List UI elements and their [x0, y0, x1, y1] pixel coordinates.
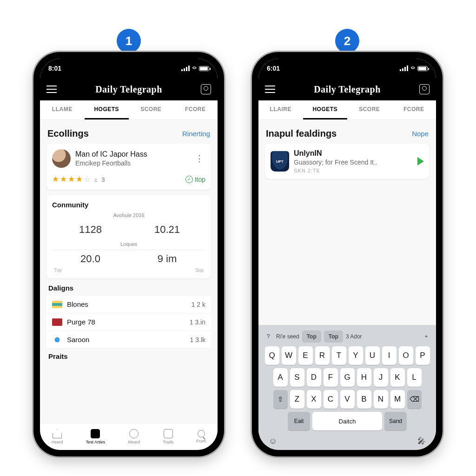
story-meta: SKN 2:TE [294, 168, 413, 173]
list-value: 1 3.lk [190, 336, 205, 344]
suggestion[interactable]: 3 Ador [346, 333, 362, 340]
play-icon[interactable] [417, 157, 424, 165]
status-time: 8:01 [48, 65, 61, 72]
flag-icon [52, 318, 62, 326]
featured-story-card[interactable]: Man of IC Japor Hass Emcikep Feortballs … [46, 144, 211, 190]
tab-llaire[interactable]: LLAIRE [258, 100, 303, 119]
tab-hogets[interactable]: HOGETS [303, 100, 348, 119]
tab-fcore[interactable]: FCORE [392, 100, 436, 119]
key[interactable]: Z [290, 390, 304, 409]
key[interactable]: R [315, 346, 330, 365]
tab-llame[interactable]: LLAME [40, 100, 85, 119]
key-row-4: Eait Daitch Sand [260, 412, 434, 430]
suggestion[interactable]: Top [324, 331, 343, 343]
list-value: 1 3.in [190, 318, 205, 326]
community-heading: Conmunity [52, 201, 205, 209]
key[interactable]: E [298, 346, 313, 365]
key[interactable]: P [416, 346, 430, 365]
section-title: Ecollings [47, 128, 89, 139]
fn-left-key[interactable]: Eait [288, 412, 310, 430]
key[interactable]: G [340, 368, 355, 387]
suggestion[interactable]: Top [302, 331, 321, 343]
profile-button[interactable] [419, 84, 430, 94]
key[interactable]: F [324, 368, 338, 387]
key[interactable]: X [307, 390, 321, 409]
search-icon [198, 430, 205, 437]
menu-button[interactable] [46, 86, 57, 93]
key[interactable]: J [374, 368, 388, 387]
key[interactable]: L [407, 368, 422, 387]
key-row-2: A S D F G H J K L [260, 368, 434, 387]
key[interactable]: W [282, 346, 296, 365]
app-bar: Daily Telegraph [40, 78, 218, 100]
key[interactable]: V [340, 390, 355, 409]
team-shield-icon: UPT [271, 151, 289, 172]
key-row-1: Q W E R T Y U I O P [260, 346, 434, 365]
list-item[interactable]: Blones 1 2 k [46, 296, 211, 313]
key[interactable]: D [307, 368, 321, 387]
section-action-link[interactable]: Rinerting [182, 130, 210, 138]
tabbar-meard[interactable]: Meard [128, 429, 140, 444]
tab-hogets[interactable]: HOGETS [85, 100, 129, 119]
space-key[interactable]: Daitch [312, 412, 382, 430]
key[interactable]: B [357, 390, 371, 409]
section-action-link[interactable]: Nope [412, 130, 429, 138]
more-icon[interactable]: ⋮ [193, 152, 205, 165]
key-row-3: ⇧ Z X C V B N M ⌫ [260, 390, 434, 409]
key[interactable]: O [399, 346, 413, 365]
suggestion-bar: ? Ri'e seed Top Top 3 Ador + [260, 329, 434, 346]
battery-icon [199, 66, 209, 71]
tabbar-from[interactable]: From [196, 430, 206, 443]
key[interactable]: U [365, 346, 380, 365]
menu-button[interactable] [265, 86, 275, 93]
key[interactable]: C [324, 390, 338, 409]
axis-right: Sop [193, 268, 205, 273]
shift-key[interactable]: ⇧ [273, 390, 288, 409]
status-chip: ✓ Itop [185, 176, 205, 183]
tab-score[interactable]: SCORE [347, 100, 392, 119]
section-title: Inapul fealdings [266, 128, 337, 139]
step-badge-2: 2 [335, 29, 359, 53]
fn-right-key[interactable]: Sand [384, 412, 407, 430]
tabbar-heard[interactable]: Heard [52, 429, 63, 444]
community-top-label: Avohule 2016 [52, 212, 205, 218]
tab-fcore[interactable]: FCORE [173, 100, 218, 119]
suggestion[interactable]: Ri'e seed [276, 333, 299, 340]
featured-story-card[interactable]: UPT UnlynIN Guassory; for Free Scend It.… [265, 144, 430, 179]
key[interactable]: M [390, 390, 405, 409]
key[interactable]: I [382, 346, 397, 365]
key[interactable]: T [332, 346, 346, 365]
community-value-3: 20.0 [52, 250, 129, 268]
battery-icon [417, 66, 428, 71]
emoji-key[interactable]: ☺ [269, 436, 277, 446]
top-tabs: LLAIRE HOGETS SCORE FCORE [258, 100, 436, 120]
key[interactable]: Y [349, 346, 363, 365]
backspace-key[interactable]: ⌫ [407, 390, 422, 409]
star-rating: ★★★★☆ ⧗3 [52, 174, 106, 184]
tabbar-trads[interactable]: Trads [163, 429, 173, 444]
list-item[interactable]: Saroon 1 3.lk [46, 331, 211, 349]
mic-key[interactable]: 🎤︎ [417, 436, 426, 446]
list-heading: Daligns [48, 284, 209, 292]
community-mid-label: Loques [52, 241, 205, 247]
key[interactable]: A [273, 368, 288, 387]
step-badge-1: 1 [117, 29, 141, 53]
app-bar: Daily Telegraph [258, 78, 436, 100]
profile-button[interactable] [201, 84, 211, 94]
tab-score[interactable]: SCORE [129, 100, 173, 119]
extra-heading: Praits [48, 352, 209, 360]
suggestion[interactable]: ? [263, 333, 273, 340]
tabbar-test-arties[interactable]: Test Arties [86, 429, 106, 444]
key[interactable]: S [290, 368, 304, 387]
top-tabs: LLAME HOGETS SCORE FCORE [40, 100, 218, 120]
key[interactable]: Q [265, 346, 279, 365]
home-icon [53, 429, 62, 438]
avatar [52, 149, 71, 168]
story-title: UnlynIN [294, 149, 413, 158]
key[interactable]: N [374, 390, 388, 409]
suggestion[interactable]: + [421, 333, 431, 340]
community-value-4: 9 im [129, 250, 205, 268]
list-item[interactable]: Purge 78 1 3.in [46, 313, 211, 331]
key[interactable]: H [357, 368, 371, 387]
key[interactable]: K [390, 368, 405, 387]
